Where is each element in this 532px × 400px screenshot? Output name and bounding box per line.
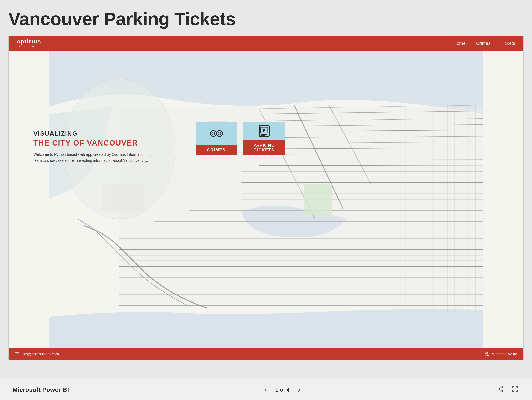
footer-azure-text: Microsoft Azure [492,352,517,356]
powerbi-label: Microsoft Power BI [13,386,69,393]
footer-email-container: info@optimusinfo.com [15,352,59,356]
handcuffs-icon [208,125,225,142]
azure-icon [484,352,489,356]
share-button[interactable] [496,385,505,395]
svg-line-150 [499,389,501,391]
prev-page-button[interactable]: ‹ [262,384,269,395]
nav-crimes[interactable]: Crimes [476,41,490,46]
parking-tickets-card-label: PARKING TICKETS [243,140,285,155]
svg-point-133 [212,132,215,135]
svg-point-132 [216,130,222,136]
nav-tickets[interactable]: Tickets [501,41,515,46]
next-page-button[interactable]: › [296,384,303,395]
map-area [8,51,524,348]
main-container: optimus information Home Crimes Tickets [8,36,524,360]
svg-line-149 [499,387,501,388]
city-title: THE CITY OF VANCOUVER [33,139,154,147]
bottom-bar: Microsoft Power BI ‹ 1 of 4 › [0,379,532,400]
cards-container: CRIMES P PARKING TICKETS [196,122,285,155]
brand-name: optimus [17,39,41,45]
footer: info@optimusinfo.com Microsoft Azure [8,348,524,360]
parking-icon-area: P [243,122,285,140]
page-title: Vancouver Parking Tickets [8,8,524,30]
bottom-icons [496,385,519,395]
brand-sub: information [17,45,41,48]
crimes-card-button[interactable]: CRIMES [196,122,237,155]
svg-text:P: P [263,129,265,133]
pagination: ‹ 1 of 4 › [262,384,303,395]
brand: optimus information [17,39,41,48]
svg-point-147 [498,388,499,390]
svg-point-146 [501,386,503,388]
description-text: Welcome to Python based web app created … [33,152,154,164]
svg-rect-127 [304,184,332,215]
footer-azure-container: Microsoft Azure [484,352,517,356]
visualizing-label: VISUALIZING [33,130,154,137]
crimes-card-label: CRIMES [196,145,237,155]
fullscreen-button[interactable] [511,385,519,395]
email-icon [15,352,19,356]
svg-point-131 [210,130,216,136]
expand-icon [512,386,519,392]
text-block: VISUALIZING THE CITY OF VANCOUVER Welcom… [33,130,154,164]
footer-email-text: info@optimusinfo.com [22,352,59,356]
svg-rect-130 [102,184,144,212]
page-title-area: Vancouver Parking Tickets [0,0,532,34]
navbar-links: Home Crimes Tickets [453,41,515,46]
nav-home[interactable]: Home [453,41,466,46]
svg-point-134 [218,132,221,135]
map-svg [8,51,524,348]
share-icon [497,386,504,392]
parking-tickets-card-button[interactable]: P PARKING TICKETS [243,122,285,155]
crimes-icon-area [196,122,237,145]
parking-meter-icon: P [256,123,272,139]
svg-point-148 [501,390,503,392]
page-info: 1 of 4 [275,387,290,393]
navbar: optimus information Home Crimes Tickets [8,36,524,51]
